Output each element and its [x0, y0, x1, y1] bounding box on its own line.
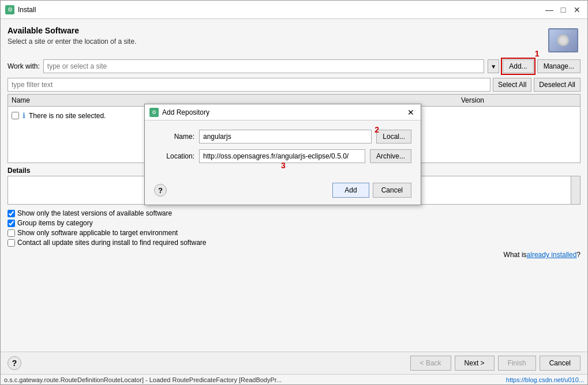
- dialog-location-label: Location:: [154, 152, 194, 160]
- work-with-label: Work with:: [8, 62, 40, 70]
- bottom-bar: ? < Back Next > Finish Cancel: [1, 352, 587, 374]
- already-installed-link[interactable]: already installed: [527, 251, 577, 259]
- dialog-name-row: Name: Local... 2: [154, 130, 411, 144]
- local-button[interactable]: Local...: [376, 130, 411, 144]
- top-area: Available Software Select a site or ente…: [8, 26, 580, 55]
- dialog-name-label: Name:: [154, 133, 194, 141]
- work-with-input[interactable]: [43, 59, 484, 73]
- dialog-title-bar: ⚙ Add Repository ✕: [145, 104, 421, 120]
- info-icon: ℹ: [23, 111, 25, 120]
- row-checkbox[interactable]: [12, 112, 19, 119]
- checkbox-row-2: Group items by category: [8, 219, 580, 227]
- checkbox-label-3: Show only software applicable to target …: [17, 229, 178, 237]
- annotation-2: 2: [374, 125, 379, 134]
- finish-button[interactable]: Finish: [498, 356, 536, 371]
- checkboxes-area: Show only the latest versions of availab…: [8, 209, 580, 248]
- dialog-add-button[interactable]: Add: [332, 183, 369, 198]
- title-bar: ⚙ Install — □ ✕: [1, 1, 587, 19]
- select-all-button[interactable]: Select All: [493, 78, 531, 92]
- dialog-cancel-button[interactable]: Cancel: [373, 183, 411, 198]
- checkbox-group-by-category[interactable]: [8, 220, 15, 227]
- archive-button[interactable]: Archive...: [370, 149, 411, 163]
- dialog-title: Add Repository: [162, 108, 406, 116]
- col-name: Name: [12, 96, 461, 104]
- checkbox-row-1: Show only the latest versions of availab…: [8, 209, 580, 217]
- status-bar: o.s.c.gateway.route.RouteDefinitionRoute…: [1, 374, 587, 384]
- close-button[interactable]: ✕: [571, 4, 583, 16]
- checkbox-row-4: Contact all update sites during install …: [8, 239, 580, 247]
- dialog-footer: ? Add Cancel: [145, 178, 421, 205]
- dialog-icon: ⚙: [149, 108, 159, 117]
- cd-icon-area: [546, 26, 580, 55]
- maximize-button[interactable]: □: [557, 4, 569, 16]
- checkbox-row-3: Show only software applicable to target …: [8, 229, 580, 237]
- checkbox-label-4: Contact all update sites during install …: [17, 239, 207, 247]
- work-with-row: Work with: ▼ Add... 1 Manage...: [8, 59, 580, 73]
- next-button[interactable]: Next >: [455, 356, 495, 371]
- help-button[interactable]: ?: [8, 356, 21, 370]
- checkbox-label-1: Show only the latest versions of availab…: [17, 209, 172, 217]
- checkbox-latest-versions[interactable]: [8, 210, 15, 217]
- add-button-container: Add... 1: [503, 59, 533, 73]
- filter-and-buttons: Select All Deselect All: [8, 78, 580, 92]
- filter-input[interactable]: [8, 78, 490, 92]
- deselect-all-button[interactable]: Deselect All: [534, 78, 580, 92]
- cancel-button[interactable]: Cancel: [540, 356, 580, 371]
- annotation-3: 3: [281, 161, 286, 170]
- back-button[interactable]: < Back: [410, 356, 451, 371]
- top-text: Available Software Select a site or ente…: [8, 26, 546, 51]
- checkbox-contact-update-sites[interactable]: [8, 239, 15, 247]
- add-repository-dialog: ⚙ Add Repository ✕ Name: Local... 2 Loca…: [144, 104, 421, 205]
- dialog-content: Name: Local... 2 Location: Archive... 3: [145, 120, 421, 178]
- app-icon: ⚙: [5, 5, 14, 14]
- manage-button[interactable]: Manage...: [537, 59, 580, 73]
- checkbox-label-2: Group items by category: [17, 219, 93, 227]
- annotation-1: 1: [535, 49, 540, 58]
- what-is-row: What is already installed ?: [8, 251, 580, 259]
- status-text: o.s.c.gateway.route.RouteDefinitionRoute…: [4, 376, 282, 383]
- dialog-close-button[interactable]: ✕: [406, 107, 416, 118]
- cd-image: [548, 28, 578, 52]
- what-is-suffix: ?: [576, 251, 580, 259]
- col-version: Version: [461, 96, 576, 104]
- window-controls: — □ ✕: [544, 4, 583, 16]
- details-scrollbar[interactable]: [571, 176, 580, 204]
- window-title: Install: [18, 6, 544, 14]
- dialog-location-row: Location: Archive... 3: [154, 149, 411, 163]
- blog-url[interactable]: https://blog.csdn.net/u010...: [506, 376, 584, 383]
- no-site-text: There is no site selected.: [29, 112, 106, 120]
- subtitle: Select a site or enter the location of a…: [8, 37, 546, 46]
- add-button[interactable]: Add...: [503, 59, 533, 73]
- minimize-button[interactable]: —: [544, 4, 555, 16]
- work-with-dropdown[interactable]: ▼: [488, 59, 499, 73]
- dialog-help-button[interactable]: ?: [154, 184, 167, 197]
- what-is-prefix: What is: [504, 251, 527, 259]
- checkbox-applicable-software[interactable]: [8, 229, 15, 237]
- dialog-name-input[interactable]: [199, 130, 372, 144]
- available-software-title: Available Software: [8, 26, 546, 35]
